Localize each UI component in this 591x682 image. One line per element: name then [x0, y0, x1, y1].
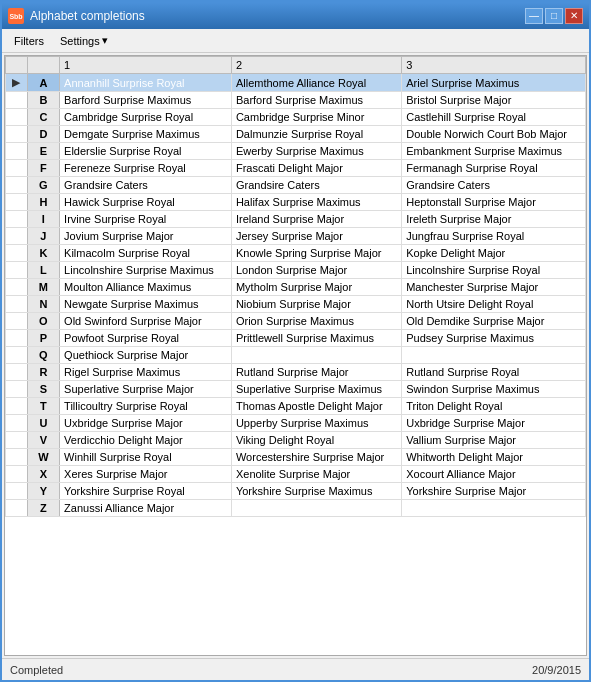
table-row[interactable]: JJovium Surprise MajorJersey Surprise Ma… [6, 228, 586, 245]
row-col1: Annanhill Surprise Royal [60, 74, 232, 92]
table-row[interactable]: OOld Swinford Surprise MajorOrion Surpri… [6, 313, 586, 330]
row-col3: Yorkshire Surprise Major [402, 483, 586, 500]
table-row[interactable]: IIrvine Surprise RoyalIreland Surprise M… [6, 211, 586, 228]
row-col2: Orion Surprise Maximus [231, 313, 401, 330]
table-row[interactable]: PPowfoot Surprise RoyalPrittlewell Surpr… [6, 330, 586, 347]
row-arrow [6, 449, 28, 466]
row-arrow [6, 296, 28, 313]
row-col1: Fereneze Surprise Royal [60, 160, 232, 177]
row-letter: S [27, 381, 59, 398]
row-arrow [6, 381, 28, 398]
row-col1: Superlative Surprise Major [60, 381, 232, 398]
table-row[interactable]: VVerdicchio Delight MajorViking Delight … [6, 432, 586, 449]
row-col3: Xocourt Alliance Major [402, 466, 586, 483]
data-table-container[interactable]: 1 2 3 ▶AAnnanhill Surprise RoyalAllemtho… [4, 55, 587, 656]
status-label: Completed [10, 664, 63, 676]
row-arrow [6, 262, 28, 279]
table-row[interactable]: LLincolnshire Surprise MaximusLondon Sur… [6, 262, 586, 279]
row-col1: Elderslie Surprise Royal [60, 143, 232, 160]
table-row[interactable]: ZZanussi Alliance Major [6, 500, 586, 517]
row-col3 [402, 500, 586, 517]
row-col3: Grandsire Caters [402, 177, 586, 194]
row-col1: Grandsire Caters [60, 177, 232, 194]
row-arrow [6, 313, 28, 330]
status-bar: Completed 20/9/2015 [2, 658, 589, 680]
row-col1: Jovium Surprise Major [60, 228, 232, 245]
title-buttons: — □ ✕ [525, 8, 583, 24]
row-col1: Irvine Surprise Royal [60, 211, 232, 228]
col-arrow-header [6, 57, 28, 74]
row-col1: Zanussi Alliance Major [60, 500, 232, 517]
row-arrow [6, 92, 28, 109]
table-row[interactable]: WWinhill Surprise RoyalWorcestershire Su… [6, 449, 586, 466]
table-row[interactable]: GGrandsire CatersGrandsire CatersGrandsi… [6, 177, 586, 194]
row-col3: Pudsey Surprise Maximus [402, 330, 586, 347]
row-col2: Mytholm Surprise Major [231, 279, 401, 296]
row-col1: Rigel Surprise Maximus [60, 364, 232, 381]
window-title: Alphabet completions [30, 9, 145, 23]
row-col2: Cambridge Surprise Minor [231, 109, 401, 126]
row-letter: N [27, 296, 59, 313]
row-col3: Triton Delight Royal [402, 398, 586, 415]
table-row[interactable]: XXeres Surprise MajorXenolite Surprise M… [6, 466, 586, 483]
title-bar-left: Sbb Alphabet completions [8, 8, 145, 24]
row-col1: Lincolnshire Surprise Maximus [60, 262, 232, 279]
table-row[interactable]: FFereneze Surprise RoyalFrascati Delight… [6, 160, 586, 177]
table-row[interactable]: EElderslie Surprise RoyalEwerby Surprise… [6, 143, 586, 160]
table-header-row: 1 2 3 [6, 57, 586, 74]
row-col2: Yorkshire Surprise Maximus [231, 483, 401, 500]
row-letter: T [27, 398, 59, 415]
maximize-button[interactable]: □ [545, 8, 563, 24]
row-col1: Demgate Surprise Maximus [60, 126, 232, 143]
row-letter: O [27, 313, 59, 330]
row-col1: Yorkshire Surprise Royal [60, 483, 232, 500]
table-row[interactable]: TTillicoultry Surprise RoyalThomas Apost… [6, 398, 586, 415]
row-arrow [6, 279, 28, 296]
title-bar: Sbb Alphabet completions — □ ✕ [2, 3, 589, 29]
table-row[interactable]: RRigel Surprise MaximusRutland Surprise … [6, 364, 586, 381]
table-row[interactable]: UUxbridge Surprise MajorUpperby Surprise… [6, 415, 586, 432]
row-col1: Kilmacolm Surprise Royal [60, 245, 232, 262]
row-col2 [231, 500, 401, 517]
filters-menu[interactable]: Filters [8, 33, 50, 49]
table-row[interactable]: DDemgate Surprise MaximusDalmunzie Surpr… [6, 126, 586, 143]
table-row[interactable]: KKilmacolm Surprise RoyalKnowle Spring S… [6, 245, 586, 262]
row-col2: Ewerby Surprise Maximus [231, 143, 401, 160]
settings-menu[interactable]: Settings ▾ [54, 32, 114, 49]
table-row[interactable]: HHawick Surprise RoyalHalifax Surprise M… [6, 194, 586, 211]
row-col3 [402, 347, 586, 364]
row-letter: B [27, 92, 59, 109]
row-arrow [6, 432, 28, 449]
table-row[interactable]: MMoulton Alliance MaximusMytholm Surpris… [6, 279, 586, 296]
table-row[interactable]: NNewgate Surprise MaximusNiobium Surpris… [6, 296, 586, 313]
row-letter: C [27, 109, 59, 126]
row-col2: Barford Surprise Maximus [231, 92, 401, 109]
row-col1: Winhill Surprise Royal [60, 449, 232, 466]
table-row[interactable]: QQuethiock Surprise Major [6, 347, 586, 364]
close-button[interactable]: ✕ [565, 8, 583, 24]
settings-arrow-icon: ▾ [102, 34, 108, 47]
row-col2: Grandsire Caters [231, 177, 401, 194]
row-col1: Cambridge Surprise Royal [60, 109, 232, 126]
table-row[interactable]: ▶AAnnanhill Surprise RoyalAllemthome All… [6, 74, 586, 92]
row-col3: Rutland Surprise Royal [402, 364, 586, 381]
row-col2: Frascati Delight Major [231, 160, 401, 177]
row-col2: Niobium Surprise Major [231, 296, 401, 313]
row-col2: Dalmunzie Surprise Royal [231, 126, 401, 143]
row-arrow [6, 160, 28, 177]
minimize-button[interactable]: — [525, 8, 543, 24]
row-col2: Halifax Surprise Maximus [231, 194, 401, 211]
row-arrow [6, 500, 28, 517]
row-letter: U [27, 415, 59, 432]
col-letter-header [27, 57, 59, 74]
table-row[interactable]: CCambridge Surprise RoyalCambridge Surpr… [6, 109, 586, 126]
app-icon: Sbb [8, 8, 24, 24]
row-col3: Castlehill Surprise Royal [402, 109, 586, 126]
table-row[interactable]: SSuperlative Surprise MajorSuperlative S… [6, 381, 586, 398]
row-arrow [6, 245, 28, 262]
table-row[interactable]: BBarford Surprise MaximusBarford Surpris… [6, 92, 586, 109]
row-col2: Upperby Surprise Maximus [231, 415, 401, 432]
row-col3: Fermanagh Surprise Royal [402, 160, 586, 177]
table-row[interactable]: YYorkshire Surprise RoyalYorkshire Surpr… [6, 483, 586, 500]
row-letter: K [27, 245, 59, 262]
